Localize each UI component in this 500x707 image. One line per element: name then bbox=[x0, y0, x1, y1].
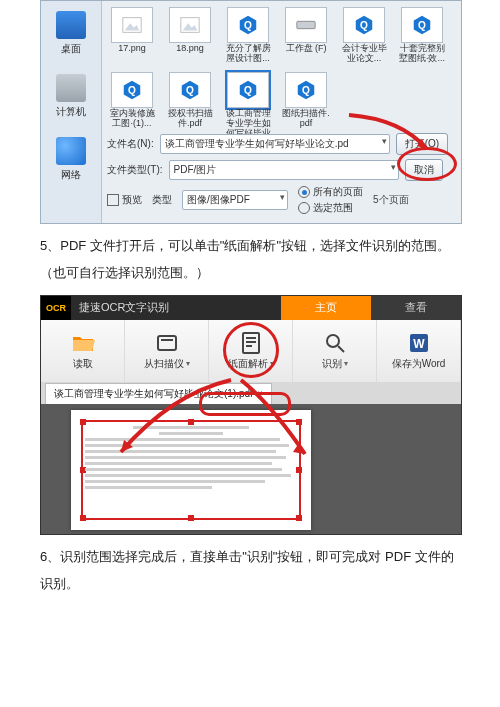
scanner-icon bbox=[155, 331, 179, 355]
file-open-dialog: 桌面 计算机 网络 17.png18.pngQ充分了解房屋设计图...工作盘 (… bbox=[40, 0, 462, 224]
page-analyze-icon bbox=[239, 331, 263, 355]
magnifier-icon bbox=[323, 331, 347, 355]
window-titlebar: OCR 捷速OCR文字识别 主页 查看 bbox=[41, 296, 461, 320]
file-label: 17.png bbox=[118, 44, 146, 54]
pdf-icon: Q bbox=[295, 79, 317, 101]
nav-label: 桌面 bbox=[61, 42, 81, 56]
tool-parse[interactable]: 纸面解析▾ bbox=[209, 320, 293, 382]
radio-range[interactable]: 选定范围 bbox=[298, 201, 363, 215]
close-icon[interactable]: × bbox=[257, 388, 263, 399]
folder-open-icon bbox=[71, 331, 95, 355]
tab-home[interactable]: 主页 bbox=[281, 296, 371, 320]
chevron-down-icon: ▾ bbox=[344, 359, 348, 368]
svg-point-18 bbox=[327, 335, 339, 347]
step-5-text: 5、PDF 文件打开后，可以单击"纸面解析"按钮，选择文件识别的范围。（也可自行… bbox=[40, 232, 460, 287]
image-icon bbox=[179, 14, 201, 36]
toolbar: 读取 从扫描仪▾ 纸面解析▾ 识别▾ W 保存为Word bbox=[41, 320, 461, 382]
open-button[interactable]: 打开(O) bbox=[396, 133, 448, 155]
filetype-select[interactable]: PDF/图片 bbox=[169, 160, 399, 180]
document-tabs: 谈工商管理专业学生如何写好毕业论文(1).pdf × bbox=[41, 382, 461, 404]
document-tab[interactable]: 谈工商管理专业学生如何写好毕业论文(1).pdf × bbox=[45, 383, 272, 404]
nav-network[interactable]: 网络 bbox=[56, 137, 86, 182]
window-title: 捷速OCR文字识别 bbox=[71, 300, 281, 315]
tool-scanner[interactable]: 从扫描仪▾ bbox=[125, 320, 209, 382]
file-label: 图纸扫描件.pdf bbox=[281, 109, 331, 129]
desktop-icon bbox=[56, 11, 86, 39]
document-canvas[interactable] bbox=[41, 404, 461, 534]
type-select[interactable]: 图像/图像PDF bbox=[182, 190, 288, 210]
svg-text:Q: Q bbox=[128, 84, 136, 95]
file-label: 授权书扫描件.pdf bbox=[165, 109, 215, 129]
preview-checkbox[interactable]: 预览 bbox=[107, 193, 142, 207]
tool-read[interactable]: 读取 bbox=[41, 320, 125, 382]
svg-rect-13 bbox=[161, 339, 173, 341]
pdf-icon: Q bbox=[121, 79, 143, 101]
file-label: 室内装修施工图·(1)... bbox=[107, 109, 157, 129]
image-icon bbox=[121, 14, 143, 36]
svg-text:Q: Q bbox=[244, 20, 252, 31]
pdf-icon: Q bbox=[237, 79, 259, 101]
file-thumb[interactable]: 18.png bbox=[165, 7, 215, 64]
svg-rect-12 bbox=[158, 336, 176, 350]
file-thumb[interactable]: 工作盘 (F) bbox=[281, 7, 331, 64]
pdf-icon: Q bbox=[237, 14, 259, 36]
tool-recognize[interactable]: 识别▾ bbox=[293, 320, 377, 382]
svg-text:Q: Q bbox=[244, 84, 252, 95]
dialog-bottom: 文件名(N): 谈工商管理专业学生如何写好毕业论文.pd 打开(O) 文件类型(… bbox=[107, 133, 451, 215]
svg-rect-5 bbox=[297, 21, 315, 28]
svg-text:W: W bbox=[413, 337, 425, 351]
file-thumb[interactable]: Q充分了解房屋设计图... bbox=[223, 7, 273, 64]
pdf-icon: Q bbox=[179, 79, 201, 101]
svg-text:Q: Q bbox=[302, 84, 310, 95]
svg-text:Q: Q bbox=[360, 20, 368, 31]
file-thumb[interactable]: Q十套完整别墅图纸·效... bbox=[397, 7, 447, 64]
drive-icon bbox=[295, 14, 317, 36]
pdf-icon: Q bbox=[411, 14, 433, 36]
type-label: 类型 bbox=[152, 193, 172, 207]
dialog-nav: 桌面 计算机 网络 bbox=[41, 1, 102, 223]
svg-text:Q: Q bbox=[418, 20, 426, 31]
svg-line-19 bbox=[338, 346, 344, 352]
pdf-icon: Q bbox=[353, 14, 375, 36]
filetype-label: 文件类型(T): bbox=[107, 163, 163, 177]
nav-label: 网络 bbox=[61, 168, 81, 182]
word-doc-icon: W bbox=[407, 331, 431, 355]
computer-icon bbox=[56, 74, 86, 102]
file-label: 十套完整别墅图纸·效... bbox=[397, 44, 447, 64]
nav-computer[interactable]: 计算机 bbox=[56, 74, 86, 119]
filename-input[interactable]: 谈工商管理专业学生如何写好毕业论文.pd bbox=[160, 134, 390, 154]
ocr-app-window: OCR 捷速OCR文字识别 主页 查看 读取 从扫描仪▾ 纸面解析▾ 识别▾ bbox=[40, 295, 462, 535]
cancel-button[interactable]: 取消 bbox=[405, 159, 443, 181]
nav-desktop[interactable]: 桌面 bbox=[56, 11, 86, 56]
nav-label: 计算机 bbox=[56, 105, 86, 119]
file-label: 18.png bbox=[176, 44, 204, 54]
file-label: 充分了解房屋设计图... bbox=[223, 44, 273, 64]
page-text-preview bbox=[85, 426, 297, 516]
tab-view[interactable]: 查看 bbox=[371, 296, 461, 320]
tool-save-word[interactable]: W 保存为Word bbox=[377, 320, 461, 382]
file-label: 会计专业毕业论文... bbox=[339, 44, 389, 64]
file-thumbnails: 17.png18.pngQ充分了解房屋设计图...工作盘 (F)Q会计专业毕业论… bbox=[107, 7, 455, 148]
chevron-down-icon: ▾ bbox=[270, 359, 274, 368]
step-6-text: 6、识别范围选择完成后，直接单击"识别"按钮，即可完成对 PDF 文件的识别。 bbox=[40, 543, 460, 598]
radio-all-pages[interactable]: 所有的页面 bbox=[298, 185, 363, 199]
chevron-down-icon: ▾ bbox=[186, 359, 190, 368]
svg-text:Q: Q bbox=[186, 84, 194, 95]
document-page bbox=[71, 410, 311, 530]
file-thumb[interactable]: 17.png bbox=[107, 7, 157, 64]
file-label: 工作盘 (F) bbox=[286, 44, 327, 54]
filename-label: 文件名(N): bbox=[107, 137, 154, 151]
network-icon bbox=[56, 137, 86, 165]
pages-hint: 5个页面 bbox=[373, 193, 409, 207]
file-thumb[interactable]: Q会计专业毕业论文... bbox=[339, 7, 389, 64]
app-logo: OCR bbox=[41, 296, 71, 320]
